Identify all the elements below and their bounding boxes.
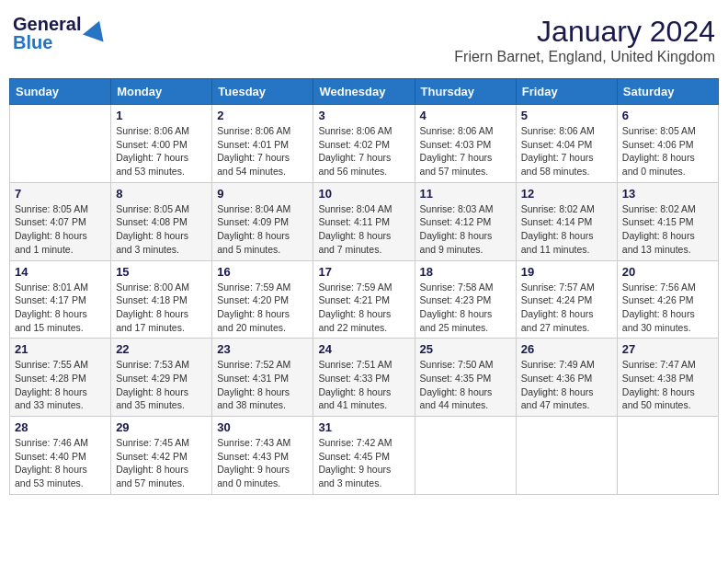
cell-line: and 0 minutes. — [217, 477, 280, 488]
cell-line: Daylight: 9 hours — [217, 464, 290, 475]
cell-line: Sunset: 4:09 PM — [217, 216, 289, 227]
cell-line: and 44 minutes. — [420, 399, 489, 410]
cell-content: Sunrise: 8:02 AMSunset: 4:15 PMDaylight:… — [622, 202, 713, 257]
cell-line: Sunrise: 8:06 AM — [116, 125, 189, 136]
cell-line: Sunrise: 7:58 AM — [420, 282, 494, 293]
cell-line: and 1 minute. — [15, 244, 74, 255]
cell-line: Sunrise: 7:56 AM — [622, 282, 696, 293]
cell-line: Daylight: 8 hours — [217, 308, 290, 319]
cell-content: Sunrise: 7:59 AMSunset: 4:20 PMDaylight:… — [217, 281, 308, 335]
week-row-4: 21Sunrise: 7:55 AMSunset: 4:28 PMDayligh… — [10, 339, 719, 417]
day-number: 24 — [318, 342, 409, 356]
calendar-cell — [516, 417, 617, 495]
col-header-tuesday: Tuesday — [212, 79, 313, 105]
header-row: SundayMondayTuesdayWednesdayThursdayFrid… — [10, 79, 719, 105]
cell-line: Sunset: 4:01 PM — [217, 139, 289, 150]
cell-line: and 20 minutes. — [217, 322, 286, 333]
cell-line: Sunset: 4:11 PM — [318, 216, 390, 227]
cell-content: Sunrise: 7:43 AMSunset: 4:43 PMDaylight:… — [217, 436, 308, 490]
day-number: 12 — [521, 187, 612, 201]
day-number: 29 — [116, 420, 207, 434]
calendar-cell: 16Sunrise: 7:59 AMSunset: 4:20 PMDayligh… — [212, 260, 313, 339]
cell-content: Sunrise: 8:01 AMSunset: 4:17 PMDaylight:… — [15, 281, 106, 335]
cell-content: Sunrise: 7:51 AMSunset: 4:33 PMDaylight:… — [318, 358, 409, 412]
title-area: January 2024 Friern Barnet, England, Uni… — [454, 15, 715, 65]
cell-line: and 35 minutes. — [116, 399, 185, 410]
calendar-cell — [10, 105, 111, 183]
cell-line: and 53 minutes. — [15, 477, 84, 488]
calendar-table: SundayMondayTuesdayWednesdayThursdayFrid… — [9, 78, 719, 495]
cell-line: and 7 minutes. — [318, 244, 381, 255]
cell-content: Sunrise: 7:58 AMSunset: 4:23 PMDaylight:… — [420, 281, 511, 335]
week-row-1: 1Sunrise: 8:06 AMSunset: 4:00 PMDaylight… — [10, 105, 719, 183]
cell-line: Daylight: 8 hours — [116, 230, 188, 241]
cell-line: Sunset: 4:43 PM — [217, 451, 289, 462]
cell-line: Sunrise: 7:49 AM — [521, 359, 595, 370]
cell-line: Sunset: 4:04 PM — [521, 139, 593, 150]
calendar-cell: 26Sunrise: 7:49 AMSunset: 4:36 PMDayligh… — [516, 339, 617, 417]
week-row-5: 28Sunrise: 7:46 AMSunset: 4:40 PMDayligh… — [10, 417, 719, 495]
cell-line: Daylight: 8 hours — [420, 230, 493, 241]
col-header-wednesday: Wednesday — [313, 79, 415, 105]
day-number: 2 — [217, 109, 308, 122]
cell-content: Sunrise: 8:06 AMSunset: 4:04 PMDaylight:… — [521, 124, 612, 178]
cell-line: and 38 minutes. — [217, 399, 286, 410]
cell-line: Sunset: 4:38 PM — [622, 373, 694, 384]
cell-line: Sunset: 4:06 PM — [622, 139, 694, 150]
cell-line: Daylight: 7 hours — [116, 152, 188, 163]
cell-line: Sunset: 4:36 PM — [521, 373, 593, 384]
cell-content: Sunrise: 8:06 AMSunset: 4:01 PMDaylight:… — [217, 124, 308, 178]
cell-line: Sunrise: 7:47 AM — [622, 359, 696, 370]
day-number: 27 — [622, 342, 713, 356]
cell-line: Daylight: 8 hours — [420, 386, 493, 397]
cell-line: and 30 minutes. — [622, 322, 691, 333]
day-number: 15 — [116, 265, 207, 279]
calendar-cell: 6Sunrise: 8:05 AMSunset: 4:06 PMDaylight… — [617, 105, 718, 183]
cell-content: Sunrise: 8:04 AMSunset: 4:11 PMDaylight:… — [318, 202, 409, 257]
cell-line: Sunrise: 8:03 AM — [420, 203, 494, 214]
cell-content: Sunrise: 8:02 AMSunset: 4:14 PMDaylight:… — [521, 202, 612, 257]
cell-content: Sunrise: 7:42 AMSunset: 4:45 PMDaylight:… — [318, 436, 409, 490]
cell-line: Sunrise: 8:04 AM — [217, 203, 290, 214]
logo-general: General — [13, 14, 81, 34]
cell-line: Daylight: 7 hours — [318, 152, 391, 163]
day-number: 25 — [420, 342, 511, 356]
cell-line: and 11 minutes. — [521, 244, 590, 255]
cell-content: Sunrise: 8:06 AMSunset: 4:00 PMDaylight:… — [116, 124, 207, 178]
logo-text: General Blue — [13, 15, 81, 52]
cell-line: Daylight: 8 hours — [116, 464, 188, 475]
cell-line: Daylight: 8 hours — [622, 386, 695, 397]
cell-line: Sunset: 4:12 PM — [420, 216, 492, 227]
cell-line: Sunset: 4:26 PM — [622, 294, 694, 305]
col-header-monday: Monday — [111, 79, 212, 105]
cell-line: Daylight: 8 hours — [318, 386, 391, 397]
cell-line: Sunrise: 8:05 AM — [116, 203, 189, 214]
calendar-cell: 9Sunrise: 8:04 AMSunset: 4:09 PMDaylight… — [212, 182, 313, 260]
cell-content: Sunrise: 7:59 AMSunset: 4:21 PMDaylight:… — [318, 281, 409, 335]
cell-content: Sunrise: 7:55 AMSunset: 4:28 PMDaylight:… — [15, 358, 106, 412]
cell-content: Sunrise: 7:56 AMSunset: 4:26 PMDaylight:… — [622, 281, 713, 335]
cell-line: and 5 minutes. — [217, 244, 280, 255]
cell-line: Sunrise: 7:53 AM — [116, 359, 189, 370]
cell-line: Sunset: 4:29 PM — [116, 373, 188, 384]
cell-line: Sunset: 4:35 PM — [420, 373, 492, 384]
cell-content: Sunrise: 7:46 AMSunset: 4:40 PMDaylight:… — [15, 436, 106, 490]
day-number: 17 — [318, 265, 409, 279]
calendar-cell: 18Sunrise: 7:58 AMSunset: 4:23 PMDayligh… — [415, 260, 516, 339]
cell-content: Sunrise: 7:45 AMSunset: 4:42 PMDaylight:… — [116, 436, 207, 490]
cell-line: Daylight: 8 hours — [318, 230, 391, 241]
cell-line: and 17 minutes. — [116, 322, 185, 333]
cell-line: Daylight: 8 hours — [521, 230, 594, 241]
cell-line: Sunrise: 7:45 AM — [116, 437, 189, 448]
cell-line: Sunset: 4:15 PM — [622, 216, 694, 227]
month-year: January 2024 — [454, 15, 715, 49]
cell-line: Sunset: 4:23 PM — [420, 294, 492, 305]
cell-line: Sunrise: 7:43 AM — [217, 437, 290, 448]
cell-content: Sunrise: 7:53 AMSunset: 4:29 PMDaylight:… — [116, 358, 207, 412]
calendar-cell: 10Sunrise: 8:04 AMSunset: 4:11 PMDayligh… — [313, 182, 415, 260]
cell-line: Sunset: 4:33 PM — [318, 373, 390, 384]
cell-line: Sunrise: 8:02 AM — [521, 203, 595, 214]
header: General Blue January 2024 Friern Barnet,… — [9, 9, 719, 71]
cell-content: Sunrise: 8:06 AMSunset: 4:03 PMDaylight:… — [420, 124, 511, 178]
week-row-2: 7Sunrise: 8:05 AMSunset: 4:07 PMDaylight… — [10, 182, 719, 260]
